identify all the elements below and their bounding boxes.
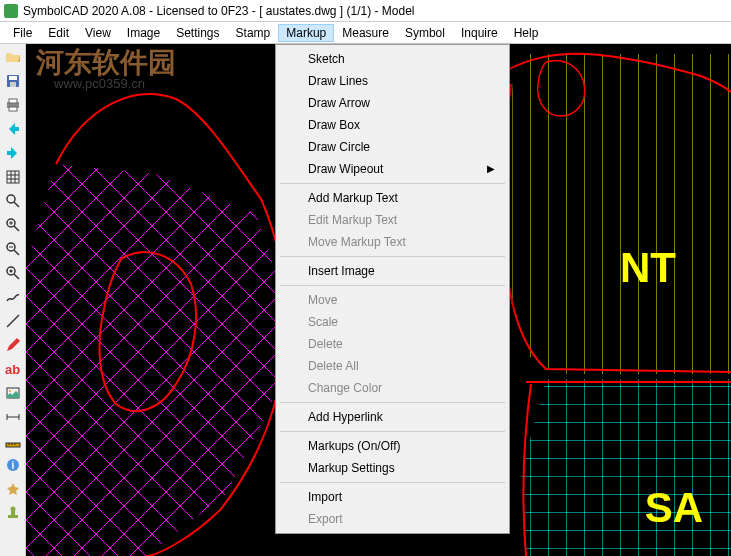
menu-inquire[interactable]: Inquire (453, 24, 506, 42)
vertical-toolbar: ab i (0, 44, 26, 556)
dd-draw-lines[interactable]: Draw Lines (278, 70, 507, 92)
ruler-icon[interactable] (2, 430, 24, 452)
svg-rect-29 (6, 443, 20, 447)
dd-separator (280, 431, 505, 432)
dd-export: Export (278, 508, 507, 530)
svg-point-25 (9, 390, 11, 392)
watermark: 河东软件园 www.pc0359.cn (36, 44, 176, 91)
dd-add-hyperlink[interactable]: Add Hyperlink (278, 406, 507, 428)
svg-point-37 (10, 507, 15, 512)
svg-rect-4 (9, 99, 17, 103)
menu-settings[interactable]: Settings (168, 24, 227, 42)
save-icon[interactable] (2, 70, 24, 92)
dd-draw-wipeout[interactable]: Draw Wipeout▶ (278, 158, 507, 180)
zoom-in-icon[interactable] (2, 214, 24, 236)
dd-draw-arrow[interactable]: Draw Arrow (278, 92, 507, 114)
arrow-left-icon[interactable] (2, 118, 24, 140)
svg-line-21 (14, 274, 19, 279)
dd-markup-settings[interactable]: Markup Settings (278, 457, 507, 479)
menu-markup[interactable]: Markup (278, 24, 334, 42)
dd-add-markup-text[interactable]: Add Markup Text (278, 187, 507, 209)
menu-stamp[interactable]: Stamp (228, 24, 279, 42)
measure-icon[interactable] (2, 406, 24, 428)
svg-line-12 (14, 202, 19, 207)
dd-scale: Scale (278, 311, 507, 333)
dd-insert-image[interactable]: Insert Image (278, 260, 507, 282)
label-sa: SA (645, 484, 703, 532)
title-bar: SymbolCAD 2020 A.08 - Licensed to 0F23 -… (0, 0, 731, 22)
menu-view[interactable]: View (77, 24, 119, 42)
symbol-icon[interactable] (2, 478, 24, 500)
zoom-out-icon[interactable] (2, 238, 24, 260)
open-icon[interactable] (2, 46, 24, 68)
image-icon[interactable] (2, 382, 24, 404)
app-icon (4, 4, 18, 18)
line-icon[interactable] (2, 310, 24, 332)
submenu-arrow-icon: ▶ (487, 163, 495, 174)
dd-edit-markup-text: Edit Markup Text (278, 209, 507, 231)
svg-line-14 (14, 226, 19, 231)
menu-bar: File Edit View Image Settings Stamp Mark… (0, 22, 731, 44)
menu-edit[interactable]: Edit (40, 24, 77, 42)
dd-move-markup-text: Move Markup Text (278, 231, 507, 253)
sketch-icon[interactable] (2, 286, 24, 308)
dd-delete: Delete (278, 333, 507, 355)
svg-rect-5 (9, 107, 17, 111)
dd-separator (280, 402, 505, 403)
print-icon[interactable] (2, 94, 24, 116)
dd-draw-box[interactable]: Draw Box (278, 114, 507, 136)
svg-rect-35 (8, 515, 18, 518)
dd-change-color: Change Color (278, 377, 507, 399)
svg-text:i: i (11, 460, 14, 471)
svg-point-22 (9, 270, 12, 273)
dd-move: Move (278, 289, 507, 311)
dd-draw-wipeout-label: Draw Wipeout (308, 162, 383, 176)
dd-draw-circle[interactable]: Draw Circle (278, 136, 507, 158)
dd-separator (280, 285, 505, 286)
menu-help[interactable]: Help (506, 24, 547, 42)
markup-dropdown: Sketch Draw Lines Draw Arrow Draw Box Dr… (275, 44, 510, 534)
svg-rect-1 (9, 76, 17, 80)
zoom-window-icon[interactable] (2, 262, 24, 284)
dd-sketch[interactable]: Sketch (278, 48, 507, 70)
menu-file[interactable]: File (5, 24, 40, 42)
menu-symbol[interactable]: Symbol (397, 24, 453, 42)
zoom-icon[interactable] (2, 190, 24, 212)
svg-line-23 (7, 315, 19, 327)
dd-separator (280, 183, 505, 184)
dd-import[interactable]: Import (278, 486, 507, 508)
dd-separator (280, 482, 505, 483)
svg-rect-6 (7, 171, 19, 183)
svg-rect-2 (10, 82, 16, 87)
menu-measure[interactable]: Measure (334, 24, 397, 42)
svg-point-11 (7, 195, 15, 203)
text-icon[interactable]: ab (2, 358, 24, 380)
arrow-right-icon[interactable] (2, 142, 24, 164)
info-icon[interactable]: i (2, 454, 24, 476)
dd-delete-all: Delete All (278, 355, 507, 377)
pencil-icon[interactable] (2, 334, 24, 356)
menu-image[interactable]: Image (119, 24, 168, 42)
stamp-icon[interactable] (2, 502, 24, 524)
svg-line-18 (14, 250, 19, 255)
dd-separator (280, 256, 505, 257)
text-label: ab (5, 362, 20, 377)
dd-markups-onoff[interactable]: Markups (On/Off) (278, 435, 507, 457)
grid-icon[interactable] (2, 166, 24, 188)
window-title: SymbolCAD 2020 A.08 - Licensed to 0F23 -… (23, 4, 415, 18)
label-nt: NT (620, 244, 676, 292)
